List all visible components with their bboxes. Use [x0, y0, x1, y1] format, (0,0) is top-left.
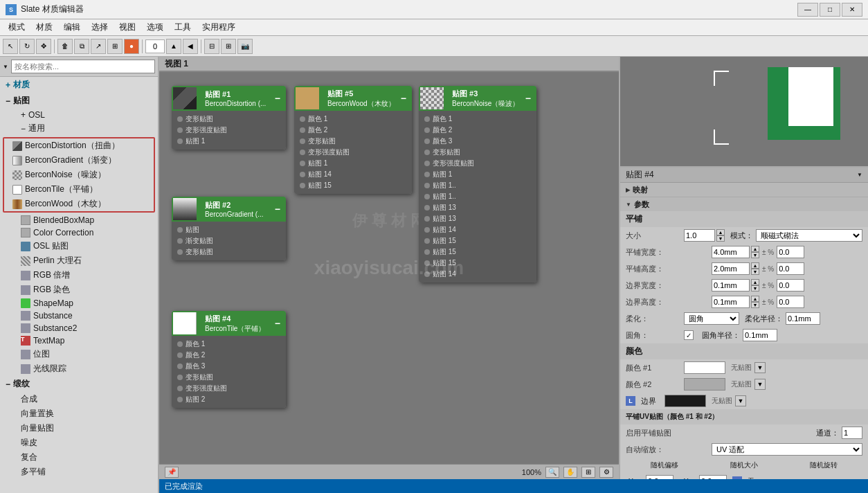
color2-map-btn[interactable]: ▼: [754, 379, 766, 390]
corner-radius-input[interactable]: [743, 329, 777, 341]
toolbar-rotate[interactable]: ↻: [19, 39, 35, 54]
tree-item-vector-displace[interactable]: 向量置换: [0, 406, 158, 421]
search-input[interactable]: [11, 60, 155, 73]
mode-select[interactable]: 顺磁式砌法: [756, 229, 862, 242]
toolbar-left[interactable]: ◀: [183, 39, 198, 54]
tw-dn[interactable]: ▼: [751, 252, 759, 258]
zoom-out-btn[interactable]: 🔍: [545, 467, 559, 478]
tree-item-bercon-distortion[interactable]: BerconDistortion（扭曲）: [4, 138, 154, 153]
tree-item-multitile[interactable]: 多平铺: [0, 465, 158, 479]
tree-item-bercon-gradient[interactable]: BerconGradient（渐变）: [4, 153, 154, 168]
tw-up[interactable]: ▲: [751, 246, 759, 252]
tree-item-bercon-noise[interactable]: BerconNoise（噪波）: [4, 168, 154, 182]
size-input[interactable]: [684, 229, 715, 242]
menu-edit[interactable]: 编辑: [58, 20, 86, 35]
tree-item-bercon-wood[interactable]: BerconWood（木纹）: [4, 197, 154, 211]
minimize-button[interactable]: —: [797, 3, 818, 17]
edge-height-input[interactable]: [712, 296, 750, 308]
menu-options[interactable]: 选项: [141, 20, 169, 35]
texture-header[interactable]: −贴图: [0, 93, 158, 109]
node-card-3[interactable]: 贴图 #3 BerconNoise（噪波） − 颜色 1 颜色 2 颜色 3 变…: [419, 86, 536, 283]
toolbar-copy[interactable]: ⧉: [74, 39, 89, 54]
size-down-btn[interactable]: ▼: [716, 235, 725, 242]
tree-item-textmap[interactable]: T TextMap: [0, 334, 158, 347]
menu-select[interactable]: 选择: [86, 20, 114, 35]
edge-width-input[interactable]: [712, 279, 750, 292]
tree-item-perlin[interactable]: Perlin 大理石: [0, 253, 158, 268]
channel-input[interactable]: [842, 427, 862, 439]
view-tab[interactable]: 视图 1: [159, 57, 619, 72]
color1-map-btn[interactable]: ▼: [754, 362, 766, 373]
node4-minimize[interactable]: −: [275, 318, 280, 329]
tree-item-vector-map[interactable]: 向量贴图: [0, 421, 158, 436]
soften-type-select[interactable]: 圆角: [684, 312, 739, 325]
material-header[interactable]: +材质: [0, 77, 158, 93]
eh-up[interactable]: ▲: [751, 296, 759, 302]
view-canvas[interactable]: xiaoyisucai.com 伊 尊 材 网 贴图 #1 BerconDist…: [159, 72, 619, 464]
tree-item-bitmap[interactable]: 位图: [0, 347, 158, 361]
menu-utilities[interactable]: 实用程序: [197, 20, 241, 35]
canvas-btn-pin[interactable]: 📌: [165, 467, 179, 478]
th-up[interactable]: ▲: [751, 262, 759, 269]
zoom-pan-btn[interactable]: ✋: [563, 467, 577, 478]
tree-item-colorcorrect[interactable]: Color Correction: [0, 226, 158, 239]
toolbar-ref[interactable]: ↗: [91, 39, 106, 54]
close-button[interactable]: ✕: [842, 3, 862, 17]
toolbar-grid[interactable]: ⊞: [107, 39, 123, 54]
size-up-btn[interactable]: ▲: [716, 229, 725, 235]
corner-checkbox[interactable]: ✓: [684, 330, 694, 340]
tree-item-substance2[interactable]: Substance2: [0, 322, 158, 334]
toolbar-layout1[interactable]: ⊟: [204, 39, 219, 54]
tile-height-input[interactable]: [712, 262, 750, 275]
node5-minimize[interactable]: −: [401, 93, 406, 104]
menu-tools[interactable]: 工具: [169, 20, 197, 35]
params-header[interactable]: ▼ 参数: [620, 197, 868, 211]
tree-item-rgb-multiply[interactable]: RGB 倍增: [0, 268, 158, 283]
zoom-fit-btn[interactable]: ⊞: [581, 467, 595, 478]
zoom-settings-btn[interactable]: ⚙: [599, 467, 613, 478]
toolbar-camera[interactable]: 📷: [237, 39, 253, 54]
border-map-btn[interactable]: ▼: [735, 395, 746, 406]
menu-mode[interactable]: 模式: [3, 20, 30, 35]
node-card-5[interactable]: 贴图 #5 BerconWood（木纹） − 颜色 1 颜色 2 变形贴图 变形…: [294, 86, 412, 194]
tile-width-pct[interactable]: [777, 246, 804, 258]
tree-item-composite[interactable]: 合成: [0, 392, 158, 406]
auto-scale-select[interactable]: UV 适配: [712, 443, 862, 456]
tree-item-substance[interactable]: Substance: [0, 310, 158, 322]
toolbar-move[interactable]: ✥: [36, 39, 51, 54]
th-dn[interactable]: ▼: [751, 269, 759, 275]
toolbar-layout2[interactable]: ⊞: [221, 39, 236, 54]
tree-item-bercon-tile[interactable]: BerconTile（平铺）: [4, 182, 154, 197]
eh-dn[interactable]: ▼: [751, 302, 759, 308]
tree-item-composite2[interactable]: 复合: [0, 450, 158, 465]
node-card-2[interactable]: 贴图 #2 BerconGradient (... − 贴图 渐变贴图 变形贴图: [172, 197, 286, 260]
toolbar-up[interactable]: ▲: [166, 39, 181, 54]
tile-height-pct[interactable]: [777, 262, 804, 275]
menu-material[interactable]: 材质: [30, 20, 58, 35]
ew-up[interactable]: ▲: [751, 279, 759, 285]
soften-radius-input[interactable]: [786, 312, 820, 325]
node1-minimize[interactable]: −: [275, 93, 280, 104]
node-card-4[interactable]: 贴图 #4 BerconTile（平铺） − 颜色 1 颜色 2 颜色 3 变形…: [172, 311, 286, 408]
toolbar-number-input[interactable]: [145, 39, 165, 53]
tree-item-skin[interactable]: 噪皮: [0, 436, 158, 450]
tree-item-raytrace[interactable]: 光线限踪: [0, 361, 158, 376]
toolbar-render[interactable]: ●: [124, 39, 139, 54]
right-dropdown-header[interactable]: 贴图 #4 ▼: [620, 168, 868, 183]
menu-view[interactable]: 视图: [114, 20, 141, 35]
edge-width-pct[interactable]: [777, 279, 804, 292]
tree-item-shapemap[interactable]: ShapeMap: [0, 297, 158, 310]
node2-minimize[interactable]: −: [275, 204, 280, 215]
color2-swatch[interactable]: [684, 378, 725, 391]
node3-minimize[interactable]: −: [525, 93, 531, 104]
tree-item-osl[interactable]: + OSL: [0, 109, 158, 121]
tree-item-general[interactable]: − 通用: [0, 121, 158, 136]
ew-dn[interactable]: ▼: [751, 285, 759, 292]
toolbar-delete[interactable]: 🗑: [57, 39, 73, 54]
tree-item-blended[interactable]: BlendedBoxMap: [0, 214, 158, 226]
edge-height-pct[interactable]: [777, 296, 804, 308]
tile-width-input[interactable]: [712, 246, 750, 258]
node-card-1[interactable]: 贴图 #1 BerconDistortion (... − 变形贴图 变形强度贴…: [172, 86, 286, 150]
fabric-header[interactable]: −缎纹: [0, 376, 158, 392]
tree-item-rgb-color[interactable]: RGB 染色: [0, 283, 158, 297]
